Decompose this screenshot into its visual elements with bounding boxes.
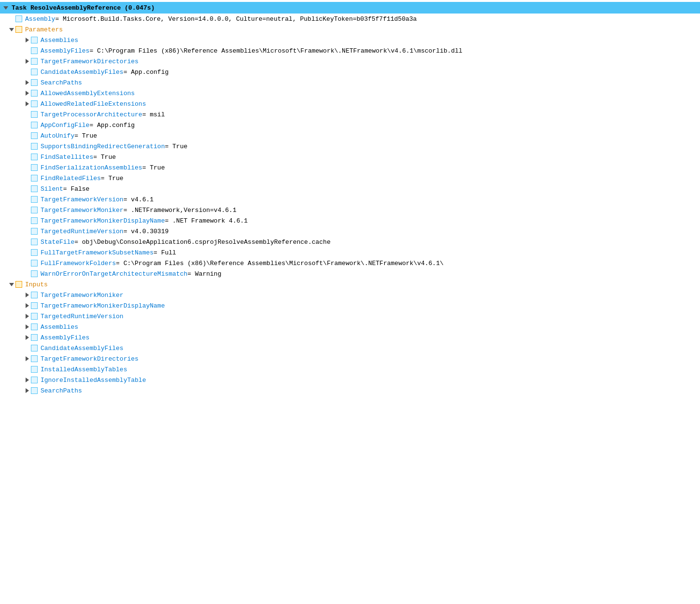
value-findrelatedfiles: = True bbox=[101, 175, 124, 182]
tree-node-targetframeworkversion[interactable]: TargetFrameworkVersion = v4.6.1 bbox=[0, 194, 700, 205]
expand-btn-inputs-targetframeworkdirectories[interactable] bbox=[23, 355, 31, 363]
icon-warnorerorontargetarchitecturemismatch bbox=[31, 270, 39, 278]
expand-btn-inputs-assemblyfiles[interactable] bbox=[23, 334, 31, 341]
tree-node-assembly[interactable]: Assembly = Microsoft.Build.Tasks.Core, V… bbox=[0, 14, 700, 24]
icon-findsatellites bbox=[31, 153, 39, 161]
label-targetframeworkversion: TargetFrameworkVersion bbox=[41, 196, 124, 203]
expand-btn-targetframeworkdirectories[interactable] bbox=[23, 57, 31, 65]
value-candidateassemblyfiles: = App.config bbox=[124, 69, 169, 76]
tree-node-targetprocessorarchitecture[interactable]: TargetProcessorArchitecture = msil bbox=[0, 109, 700, 120]
tree-node-searchpaths[interactable]: SearchPaths bbox=[0, 77, 700, 88]
label-autounify: AutoUnify bbox=[41, 132, 74, 140]
icon-inputs-assemblies bbox=[31, 323, 39, 331]
label-inputs-installedassemblytables: InstalledAssemblyTables bbox=[41, 366, 127, 373]
tree-node-autounify[interactable]: AutoUnify = True bbox=[0, 130, 700, 141]
expand-btn-parameters[interactable] bbox=[8, 26, 15, 33]
tree-node-inputs-targetframeworkdirectories[interactable]: TargetFrameworkDirectories bbox=[0, 353, 700, 364]
tree-node-inputs[interactable]: Inputs bbox=[0, 279, 700, 290]
tree-node-targetedruntimeversion[interactable]: TargetedRuntimeVersion = v4.0.30319 bbox=[0, 226, 700, 237]
label-supportsbindingredirectgeneration: SupportsBindingRedirectGeneration bbox=[41, 143, 165, 150]
label-targetedruntimeversion: TargetedRuntimeVersion bbox=[41, 228, 124, 235]
expand-btn-inputs-ignoreinstalledassemblytable[interactable] bbox=[23, 376, 31, 384]
value-targetedruntimeversion: = v4.0.30319 bbox=[124, 228, 169, 235]
tree-node-inputs-targetframeworkmonikerdisplayname[interactable]: TargetFrameworkMonikerDisplayName bbox=[0, 300, 700, 311]
expand-btn-inputs[interactable] bbox=[8, 281, 15, 288]
label-assemblies: Assemblies bbox=[41, 37, 78, 44]
tree-node-parameters[interactable]: Parameters bbox=[0, 24, 700, 35]
label-inputs-targetedruntimeversion: TargetedRuntimeVersion bbox=[41, 313, 124, 320]
label-inputs-targetframeworkmoniker: TargetFrameworkMoniker bbox=[41, 292, 124, 299]
tree-node-targetframeworkmonikerdisplayname[interactable]: TargetFrameworkMonikerDisplayName = .NET… bbox=[0, 215, 700, 226]
tree-node-inputs-targetedruntimeversion[interactable]: TargetedRuntimeVersion bbox=[0, 311, 700, 322]
tree-node-appconfigfile[interactable]: AppConfigFile = App.config bbox=[0, 120, 700, 130]
expand-btn-allowedrelatedfileextensions[interactable] bbox=[23, 100, 31, 108]
icon-supportsbindingredirectgeneration bbox=[31, 142, 39, 150]
expand-btn-inputs-targetframeworkmoniker[interactable] bbox=[23, 291, 31, 299]
value-targetframeworkversion: = v4.6.1 bbox=[124, 196, 154, 203]
label-warnorerorontargetarchitecturemismatch: WarnOrErrorOnTargetArchitectureMismatch bbox=[41, 270, 187, 278]
label-fullframeworkfolders: FullFrameworkFolders bbox=[41, 260, 116, 267]
expand-btn-inputs-targetframeworkmonikerdisplayname[interactable] bbox=[23, 302, 31, 309]
tree-node-targetframeworkdirectories[interactable]: TargetFrameworkDirectories bbox=[0, 56, 700, 67]
icon-inputs-searchpaths bbox=[31, 387, 39, 394]
expand-btn-searchpaths[interactable] bbox=[23, 79, 31, 86]
tree-node-assemblyfiles[interactable]: AssemblyFiles = C:\Program Files (x86)\R… bbox=[0, 45, 700, 56]
icon-candidateassemblyfiles bbox=[31, 68, 39, 76]
tree-node-supportsbindingredirectgeneration[interactable]: SupportsBindingRedirectGeneration = True bbox=[0, 141, 700, 152]
label-inputs-candidateassemblyfiles: CandidateAssemblyFiles bbox=[41, 345, 124, 352]
expand-btn-inputs-assemblies[interactable] bbox=[23, 323, 31, 331]
label-inputs-searchpaths: SearchPaths bbox=[41, 387, 82, 394]
label-targetframeworkdirectories: TargetFrameworkDirectories bbox=[41, 58, 139, 65]
tree-node-silent[interactable]: Silent = False bbox=[0, 183, 700, 194]
tree-node-candidateassemblyfiles[interactable]: CandidateAssemblyFiles = App.config bbox=[0, 67, 700, 77]
tree-node-inputs-candidateassemblyfiles[interactable]: CandidateAssemblyFiles bbox=[0, 343, 700, 353]
tree-node-inputs-searchpaths[interactable]: SearchPaths bbox=[0, 385, 700, 396]
icon-allowedassemblyextensions bbox=[31, 89, 39, 97]
tree-node-targetframeworkmoniker[interactable]: TargetFrameworkMoniker = .NETFramework,V… bbox=[0, 205, 700, 215]
icon-appconfigfile bbox=[31, 121, 39, 129]
label-inputs-targetframeworkdirectories: TargetFrameworkDirectories bbox=[41, 355, 139, 363]
icon-fulltargetframeworksubsetnames bbox=[31, 249, 39, 256]
icon-parameters bbox=[15, 26, 23, 33]
value-targetprocessorarchitecture: = msil bbox=[142, 111, 165, 118]
label-allowedassemblyextensions: AllowedAssemblyExtensions bbox=[41, 90, 135, 97]
icon-autounify bbox=[31, 132, 39, 140]
value-statefile: = obj\Debug\ConsoleApplication6.csprojRe… bbox=[74, 239, 331, 246]
icon-inputs bbox=[15, 281, 23, 288]
task-header: Task ResolveAssemblyReference (0.047s) bbox=[0, 2, 700, 14]
tree-node-inputs-installedassemblytables[interactable]: InstalledAssemblyTables bbox=[0, 364, 700, 375]
icon-searchpaths bbox=[31, 79, 39, 86]
label-inputs-targetframeworkmonikerdisplayname: TargetFrameworkMonikerDisplayName bbox=[41, 302, 165, 309]
tree-node-warnorerorontargetarchitecturemismatch[interactable]: WarnOrErrorOnTargetArchitectureMismatch … bbox=[0, 268, 700, 279]
tree-node-inputs-assemblyfiles[interactable]: AssemblyFiles bbox=[0, 332, 700, 343]
icon-targetprocessorarchitecture bbox=[31, 111, 39, 118]
icon-statefile bbox=[31, 238, 39, 246]
tree-node-inputs-ignoreinstalledassemblytable[interactable]: IgnoreInstalledAssemblyTable bbox=[0, 375, 700, 385]
tree-node-assemblies[interactable]: Assemblies bbox=[0, 35, 700, 45]
tree-node-fulltargetframeworksubsetnames[interactable]: FullTargetFrameworkSubsetNames = Full bbox=[0, 247, 700, 258]
tree-node-allowedrelatedfileextensions[interactable]: AllowedRelatedFileExtensions bbox=[0, 98, 700, 109]
tree-node-findserializationassemblies[interactable]: FindSerializationAssemblies = True bbox=[0, 162, 700, 173]
tree-node-allowedassemblyextensions[interactable]: AllowedAssemblyExtensions bbox=[0, 88, 700, 98]
expand-btn-inputs-targetedruntimeversion[interactable] bbox=[23, 312, 31, 320]
label-assemblyfiles: AssemblyFiles bbox=[41, 47, 89, 55]
value-fullframeworkfolders: = C:\Program Files (x86)\Reference Assem… bbox=[116, 260, 444, 267]
expand-btn-assemblies[interactable] bbox=[23, 36, 31, 44]
icon-targetframeworkversion bbox=[31, 196, 39, 203]
tree-node-fullframeworkfolders[interactable]: FullFrameworkFolders = C:\Program Files … bbox=[0, 258, 700, 268]
tree-node-inputs-targetframeworkmoniker[interactable]: TargetFrameworkMoniker bbox=[0, 290, 700, 300]
icon-targetframeworkmonikerdisplayname bbox=[31, 217, 39, 225]
tree-node-inputs-assemblies[interactable]: Assemblies bbox=[0, 322, 700, 332]
tree-node-statefile[interactable]: StateFile = obj\Debug\ConsoleApplication… bbox=[0, 237, 700, 247]
tree-container: Task ResolveAssemblyReference (0.047s) A… bbox=[0, 0, 700, 398]
header-collapse-btn[interactable] bbox=[2, 4, 10, 12]
tree-node-findsatellites[interactable]: FindSatellites = True bbox=[0, 152, 700, 162]
expand-btn-allowedassemblyextensions[interactable] bbox=[23, 89, 31, 97]
icon-inputs-assemblyfiles bbox=[31, 334, 39, 341]
tree-node-findrelatedfiles[interactable]: FindRelatedFiles = True bbox=[0, 173, 700, 183]
label-targetframeworkmonikerdisplayname: TargetFrameworkMonikerDisplayName bbox=[41, 217, 165, 225]
icon-allowedrelatedfileextensions bbox=[31, 100, 39, 108]
expand-btn-inputs-searchpaths[interactable] bbox=[23, 387, 31, 394]
header-title: Task ResolveAssemblyReference (0.047s) bbox=[12, 4, 154, 12]
label-fulltargetframeworksubsetnames: FullTargetFrameworkSubsetNames bbox=[41, 249, 154, 256]
